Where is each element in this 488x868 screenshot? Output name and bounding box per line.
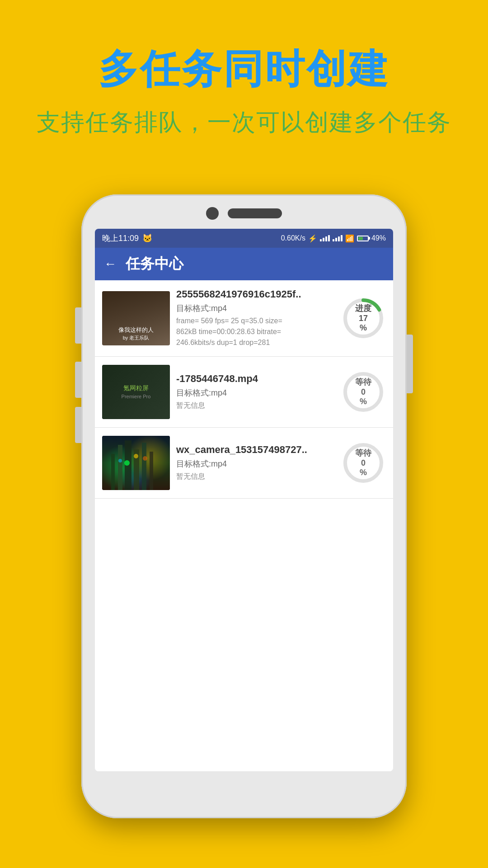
task-item-2[interactable]: 氪网粒屏Premiere Pro -1785446748.mp4 目标格式:mp… (95, 357, 393, 428)
thumb-2-text: 氪网粒屏Premiere Pro (122, 384, 151, 400)
header-title: 任务中心 (126, 254, 183, 274)
progress-label-3: 等待0% (355, 448, 371, 478)
speaker-slot (228, 208, 282, 218)
progress-label-2: 等待0% (355, 377, 371, 407)
task-list: 像我这样的人by 老王乐队 2555568241976916c1925f.. 目… (95, 280, 393, 771)
phone-top-bar (81, 194, 407, 229)
svg-point-10 (124, 460, 130, 466)
task-filename-3: wx_camera_153157498727.. (176, 444, 334, 456)
svg-rect-5 (118, 445, 122, 490)
task-info-3: wx_camera_153157498727.. 目标格式:mp4 暂无信息 (176, 444, 334, 482)
svg-point-12 (118, 459, 122, 462)
signal-bars-1 (320, 235, 330, 241)
battery-icon (357, 236, 369, 241)
svg-point-13 (143, 456, 147, 461)
phone-screen: 晚上11:09 🐱 0.60K/s ⚡ (95, 229, 393, 771)
svg-rect-4 (111, 454, 115, 490)
sub-title: 支持任务排队，一次可以创建多个任务 (0, 107, 488, 138)
task-filename-2: -1785446748.mp4 (176, 373, 334, 385)
task-format-2: 目标格式:mp4 (176, 387, 334, 398)
svg-point-11 (134, 454, 138, 458)
svg-rect-9 (150, 452, 153, 490)
phone-mockup: 晚上11:09 🐱 0.60K/s ⚡ (81, 194, 407, 818)
status-time: 晚上11:09 (102, 233, 139, 244)
task-info-2: -1785446748.mp4 目标格式:mp4 暂无信息 (176, 373, 334, 411)
progress-label-1: 进度17% (355, 304, 371, 333)
progress-circle-2: 等待0% (341, 369, 386, 415)
main-title: 多任务同时创建 (0, 45, 488, 93)
wifi-icon: 📶 (345, 234, 354, 243)
battery-percent: 49% (371, 234, 386, 242)
app-header: ← 任务中心 (95, 248, 393, 280)
signal-bars-2 (333, 235, 343, 241)
svg-rect-8 (142, 443, 146, 490)
network-speed: 0.60K/s (281, 234, 305, 242)
status-emoji: 🐱 (142, 233, 152, 243)
status-right: 0.60K/s ⚡ 📶 (281, 234, 386, 243)
task-details-1: frame= 569 fps= 25 q=35.0 size=862kB tim… (176, 316, 334, 348)
thumb-3-svg (102, 436, 170, 490)
camera-dot (206, 207, 219, 220)
thumb-1-text: 像我这样的人by 老王乐队 (106, 326, 166, 342)
task-item-1[interactable]: 像我这样的人by 老王乐队 2555568241976916c1925f.. 目… (95, 280, 393, 357)
progress-circle-1: 进度17% (341, 296, 386, 341)
task-details-3: 暂无信息 (176, 471, 334, 482)
task-details-2: 暂无信息 (176, 400, 334, 411)
status-left: 晚上11:09 🐱 (102, 233, 152, 244)
task-thumbnail-2: 氪网粒屏Premiere Pro (102, 365, 170, 419)
phone-outer: 晚上11:09 🐱 0.60K/s ⚡ (81, 194, 407, 818)
status-bar: 晚上11:09 🐱 0.60K/s ⚡ (95, 229, 393, 248)
back-button[interactable]: ← (104, 257, 117, 271)
task-format-3: 目标格式:mp4 (176, 458, 334, 469)
bluetooth-icon: ⚡ (308, 234, 317, 243)
task-format-1: 目标格式:mp4 (176, 303, 334, 314)
top-section: 多任务同时创建 支持任务排队，一次可以创建多个任务 (0, 0, 488, 138)
task-filename-1: 2555568241976916c1925f.. (176, 288, 334, 300)
task-item-3[interactable]: wx_camera_153157498727.. 目标格式:mp4 暂无信息 等… (95, 428, 393, 499)
task-thumbnail-3 (102, 436, 170, 490)
task-thumbnail-1: 像我这样的人by 老王乐队 (102, 291, 170, 345)
task-info-1: 2555568241976916c1925f.. 目标格式:mp4 frame=… (176, 288, 334, 348)
progress-circle-3: 等待0% (341, 440, 386, 486)
